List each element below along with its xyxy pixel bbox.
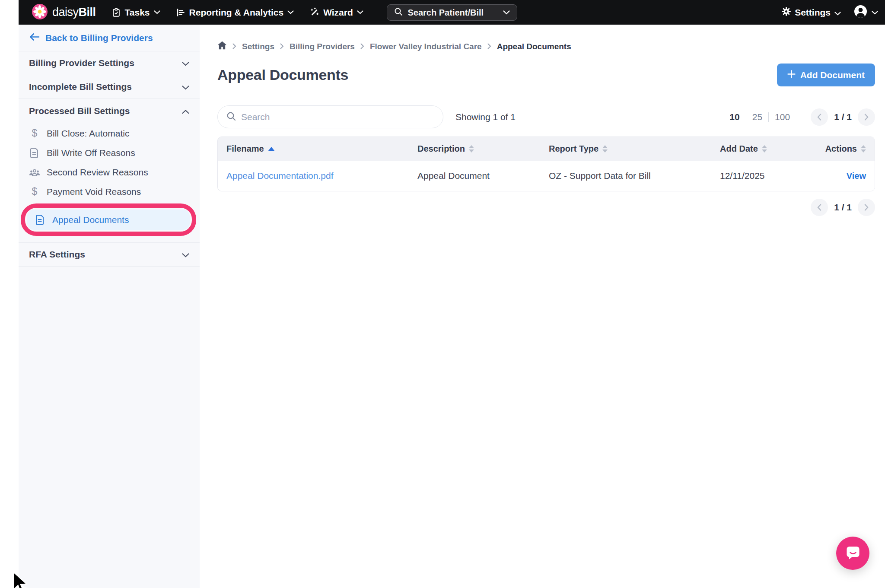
daisybill-logo[interactable]: daisyBill	[32, 3, 96, 22]
column-header-report-type[interactable]: Report Type	[540, 137, 711, 161]
chevron-right-icon	[232, 42, 236, 51]
search-input[interactable]	[241, 112, 434, 122]
column-label: Report Type	[549, 144, 598, 154]
top-paginator: 1 / 1	[811, 108, 875, 126]
chevron-right-icon	[487, 42, 491, 51]
sort-asc-icon	[268, 147, 275, 151]
column-label: Filename	[226, 144, 264, 154]
user-avatar-icon	[854, 5, 867, 20]
section-label: Processed Bill Settings	[29, 106, 130, 116]
sidebar-item-bill-write-off-reasons[interactable]: Bill Write Off Reasons	[19, 143, 200, 162]
chevron-down-icon	[182, 82, 189, 92]
sidebar-item-label: Bill Close: Automatic	[47, 128, 129, 139]
section-label: RFA Settings	[29, 249, 85, 260]
chevron-down-icon	[287, 10, 294, 14]
nav-settings-menu[interactable]: Settings	[782, 7, 841, 18]
filename-link[interactable]: Appeal Documentation.pdf	[226, 171, 334, 181]
breadcrumb-flower-valley[interactable]: Flower Valley Industrial Care	[370, 42, 482, 51]
page-indicator: 1 / 1	[834, 112, 852, 122]
chevron-down-icon	[834, 7, 841, 18]
app-window: daisyBill Tasks	[19, 0, 885, 588]
next-page-button[interactable]	[858, 108, 875, 126]
cell-filename: Appeal Documentation.pdf	[218, 161, 409, 191]
table-search-box	[217, 105, 443, 128]
main-content: Settings Billing Providers Flower Valley…	[200, 25, 885, 588]
sidebar-item-label: Appeal Documents	[52, 215, 129, 225]
page-indicator: 1 / 1	[834, 202, 852, 213]
nav-menu-tasks[interactable]: Tasks	[111, 7, 160, 18]
sidebar-section-processed-bill-settings[interactable]: Processed Bill Settings	[19, 99, 200, 123]
column-label: Description	[417, 144, 465, 154]
add-document-label: Add Document	[800, 70, 865, 80]
app-screenshot: daisyBill Tasks	[0, 0, 885, 588]
appeal-documents-table: Filename Description Report Type Ad	[217, 137, 875, 191]
dollar-icon: $	[29, 127, 40, 139]
sidebar-item-label: Bill Write Off Reasons	[47, 148, 135, 158]
column-header-filename[interactable]: Filename	[218, 137, 409, 161]
page-size-selector: 10 25 100	[723, 112, 796, 122]
next-page-button[interactable]	[858, 199, 875, 216]
breadcrumb-settings[interactable]: Settings	[242, 42, 274, 51]
nav-menu-label: Wizard	[323, 7, 353, 18]
page-title: Appeal Documents	[217, 67, 348, 83]
user-account-menu[interactable]	[854, 5, 878, 20]
sort-icon	[762, 145, 767, 153]
nav-menu-wizard[interactable]: Wizard	[309, 7, 363, 18]
chevron-right-icon	[280, 42, 284, 51]
settings-sidebar: Back to Billing Providers Billing Provid…	[19, 25, 200, 588]
nav-menu-label: Tasks	[125, 7, 150, 18]
sort-icon	[469, 145, 474, 153]
breadcrumb-billing-providers[interactable]: Billing Providers	[290, 42, 355, 51]
add-document-button[interactable]: Add Document	[777, 64, 875, 86]
document-icon	[35, 215, 46, 225]
section-label: Incomplete Bill Settings	[29, 82, 132, 92]
home-icon[interactable]	[217, 41, 227, 52]
page-size-10[interactable]: 10	[723, 112, 745, 122]
chevron-down-icon	[357, 10, 363, 14]
sidebar-item-label: Second Review Reasons	[47, 167, 148, 178]
nav-menu-label: Reporting & Analytics	[189, 7, 284, 18]
sidebar-section-incomplete-bill-settings[interactable]: Incomplete Bill Settings	[19, 75, 200, 99]
breadcrumb-current: Appeal Documents	[497, 42, 571, 51]
pink-highlight-annotation: Appeal Documents	[21, 203, 196, 236]
cell-description: Appeal Document	[409, 161, 540, 191]
section-label: Billing Provider Settings	[29, 58, 134, 68]
mouse-cursor	[13, 572, 28, 588]
chat-launcher-button[interactable]	[836, 537, 869, 570]
view-link[interactable]: View	[847, 171, 866, 181]
column-label: Add Date	[720, 144, 758, 154]
prev-page-button[interactable]	[811, 108, 828, 126]
sidebar-section-rfa-settings[interactable]: RFA Settings	[19, 243, 200, 267]
sidebar-item-label: Payment Void Reasons	[47, 187, 141, 197]
column-header-description[interactable]: Description	[409, 137, 540, 161]
nav-menu-reporting-analytics[interactable]: Reporting & Analytics	[176, 7, 294, 18]
sidebar-item-bill-close-automatic[interactable]: $ Bill Close: Automatic	[19, 124, 200, 143]
page-size-25[interactable]: 25	[746, 112, 768, 122]
bar-chart-icon	[176, 8, 185, 17]
patient-bill-search[interactable]: Search Patient/Bill	[387, 4, 517, 21]
chevron-up-icon	[182, 106, 189, 116]
column-header-add-date[interactable]: Add Date	[711, 137, 805, 161]
page-size-100[interactable]: 100	[769, 112, 796, 122]
column-header-actions[interactable]: Actions	[805, 137, 875, 161]
chevron-down-icon	[154, 10, 160, 14]
plus-icon	[787, 70, 796, 80]
breadcrumb: Settings Billing Providers Flower Valley…	[217, 41, 875, 52]
sort-icon	[602, 145, 608, 153]
brand-name: daisyBill	[52, 6, 96, 19]
back-link-label: Back to Billing Providers	[45, 33, 153, 43]
sidebar-item-appeal-documents[interactable]: Appeal Documents	[27, 210, 190, 230]
chevron-right-icon	[360, 42, 364, 51]
prev-page-button[interactable]	[811, 199, 828, 216]
table-header-row: Filename Description Report Type Ad	[218, 137, 875, 161]
users-icon	[29, 168, 40, 177]
chevron-down-icon	[182, 58, 189, 68]
sidebar-item-second-review-reasons[interactable]: Second Review Reasons	[19, 162, 200, 182]
chevron-down-icon	[503, 9, 510, 16]
bottom-paginator: 1 / 1	[811, 199, 875, 216]
sidebar-section-billing-provider-settings[interactable]: Billing Provider Settings	[19, 51, 200, 75]
search-icon	[394, 7, 403, 18]
back-to-billing-providers-link[interactable]: Back to Billing Providers	[19, 25, 200, 51]
sidebar-item-payment-void-reasons[interactable]: $ Payment Void Reasons	[19, 182, 200, 201]
nav-settings-label: Settings	[795, 7, 831, 18]
